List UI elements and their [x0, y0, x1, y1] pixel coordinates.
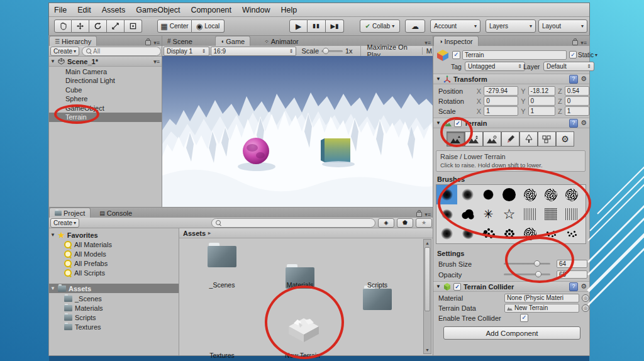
asset-label[interactable]: Materials: [272, 281, 328, 289]
tree-scripts-folder[interactable]: Scripts: [49, 313, 179, 322]
gear-icon[interactable]: ⚙: [580, 75, 587, 84]
scale-z-field[interactable]: 1: [565, 106, 589, 116]
pivot-center-button[interactable]: ▦Center: [157, 19, 192, 33]
foldout-arrow-icon[interactable]: ▼: [436, 120, 441, 126]
hierarchy-item-sphere[interactable]: Sphere: [49, 94, 162, 104]
smooth-height-tool[interactable]: [483, 131, 501, 147]
asset-label[interactable]: Textures: [194, 352, 250, 359]
brush-thumb-blob[interactable]: [457, 224, 478, 243]
brush-thumb-streak[interactable]: [519, 204, 540, 224]
terrain-collider-header[interactable]: ▼ ✓ Terrain Collider ?⚙: [433, 281, 589, 292]
brush-thumb-blob[interactable]: [436, 204, 457, 224]
active-checkbox[interactable]: ✓: [452, 51, 460, 59]
asset-folder-scenes[interactable]: [208, 246, 236, 267]
panel-menu-icon[interactable]: ▾≡: [425, 211, 431, 218]
tree-all-scripts[interactable]: All Scripts: [49, 268, 179, 277]
brush-thumb-dots[interactable]: [540, 224, 561, 243]
static-toggle[interactable]: ✓Static▾: [569, 51, 597, 58]
scale-slider-knob[interactable]: [323, 48, 329, 54]
panel-menu-icon[interactable]: ▾≡: [153, 40, 160, 46]
scale-y-field[interactable]: 1: [528, 106, 555, 116]
object-picker-icon[interactable]: ◎: [582, 304, 589, 312]
tree-all-models[interactable]: All Models: [49, 249, 179, 258]
paint-texture-tool[interactable]: [501, 131, 519, 147]
brush-thumb-streak[interactable]: [561, 204, 582, 224]
foldout-arrow-icon[interactable]: ▼: [436, 76, 441, 82]
panel-menu-icon[interactable]: ▾≡: [580, 40, 587, 46]
scrollbar-thumb[interactable]: [425, 247, 430, 311]
layer-dropdown[interactable]: Default⇕: [543, 62, 594, 71]
lock-icon[interactable]: [145, 40, 151, 45]
display-dropdown[interactable]: Display 1⇕: [164, 47, 209, 56]
brush-thumb-soft[interactable]: [436, 224, 457, 243]
foldout-arrow-icon[interactable]: ▼: [436, 284, 441, 289]
brush-thumb-dots[interactable]: [561, 224, 582, 243]
hand-tool-button[interactable]: [54, 19, 72, 33]
tab-scene[interactable]: #Scene: [162, 36, 197, 46]
panel-menu-icon[interactable]: ▾≡: [425, 40, 431, 46]
brush-thumb-dotring[interactable]: [499, 224, 519, 243]
breadcrumb[interactable]: Assets▸: [179, 228, 433, 238]
paint-details-tool[interactable]: [538, 131, 556, 147]
asset-terrain-new-terrain[interactable]: [286, 311, 321, 343]
layout-dropdown[interactable]: Layout▾: [538, 19, 587, 33]
cloud-button[interactable]: ☁: [405, 19, 425, 33]
mute-toggle[interactable]: M: [422, 47, 432, 55]
terrain-component-header[interactable]: ▼ ✓ Terrain ?⚙: [433, 118, 589, 128]
pivot-local-button[interactable]: ◉Local: [192, 19, 225, 33]
hierarchy-item-cube[interactable]: Cube: [49, 85, 162, 94]
tree-textures-folder[interactable]: Textures: [49, 322, 179, 331]
brush-thumb-speckle[interactable]: [561, 185, 582, 204]
asset-grid-scrollbar[interactable]: ▲ ▼: [423, 239, 431, 354]
lock-icon[interactable]: [572, 40, 578, 45]
brush-thumb-speckle[interactable]: [519, 185, 540, 204]
opacity-knob[interactable]: [535, 271, 541, 277]
brush-thumb-soft[interactable]: [457, 185, 478, 204]
material-field[interactable]: None (Physic Materi: [504, 294, 579, 303]
tab-inspector[interactable]: ◑Inspector: [433, 36, 479, 46]
scale-x-field[interactable]: 1: [484, 106, 518, 116]
help-icon[interactable]: ?: [569, 75, 578, 84]
menu-edit[interactable]: Edit: [77, 6, 91, 14]
favorites-filter-button[interactable]: ★: [416, 218, 432, 228]
component-enabled-checkbox[interactable]: ✓: [453, 283, 461, 291]
tree-favorites[interactable]: ▼★Favorites: [49, 230, 179, 240]
hierarchy-search-input[interactable]: All: [82, 47, 161, 56]
tab-game[interactable]: ◖Game: [215, 36, 250, 46]
foldout-arrow-icon[interactable]: ▼: [50, 58, 55, 64]
brush-thumb-cloud[interactable]: [457, 204, 478, 224]
brush-size-slider[interactable]: [504, 260, 550, 268]
terrain-settings-tool[interactable]: ⚙: [556, 131, 574, 147]
scroll-up-icon[interactable]: ▲: [424, 240, 431, 247]
move-tool-button[interactable]: [72, 19, 89, 33]
menu-assets[interactable]: Assets: [102, 6, 126, 14]
brush-thumb-speckle[interactable]: [519, 224, 540, 243]
hierarchy-item-directional-light[interactable]: Directional Light: [49, 76, 162, 86]
object-picker-icon[interactable]: ◎: [582, 294, 589, 302]
collab-dropdown[interactable]: ✔Collab▾: [360, 19, 400, 33]
tab-console[interactable]: ▤Console: [94, 208, 137, 218]
hierarchy-item-main-camera[interactable]: Main Camera: [49, 67, 162, 76]
brush-thumb-solid[interactable]: [499, 185, 519, 204]
brush-thumb-splat[interactable]: [478, 224, 499, 243]
game-viewport[interactable]: [162, 56, 433, 208]
gear-icon[interactable]: ⚙: [580, 119, 587, 128]
menu-component[interactable]: Component: [191, 6, 231, 14]
lock-icon[interactable]: [416, 212, 422, 217]
brush-size-field[interactable]: 64: [557, 260, 587, 268]
brush-thumb-star[interactable]: ☆: [499, 204, 519, 224]
menu-window[interactable]: Window: [242, 6, 270, 14]
asset-folder-scripts[interactable]: [363, 289, 392, 310]
menu-file[interactable]: File: [54, 6, 67, 14]
rect-tool-button[interactable]: [125, 19, 142, 33]
hierarchy-item-terrain[interactable]: Terrain: [49, 113, 162, 122]
scene-menu-icon[interactable]: ▾≡: [153, 58, 162, 65]
tab-project[interactable]: Project: [49, 208, 91, 218]
project-create-button[interactable]: Create▾: [50, 218, 79, 228]
brush-thumb-noise[interactable]: [540, 204, 561, 224]
aspect-ratio-dropdown[interactable]: 16:9⇕: [211, 47, 297, 56]
step-button[interactable]: ▶▮: [326, 19, 344, 33]
tree-assets-root[interactable]: ▼Assets: [49, 284, 179, 293]
opacity-field[interactable]: 65: [557, 270, 587, 279]
rotation-z-field[interactable]: 0: [565, 96, 589, 106]
